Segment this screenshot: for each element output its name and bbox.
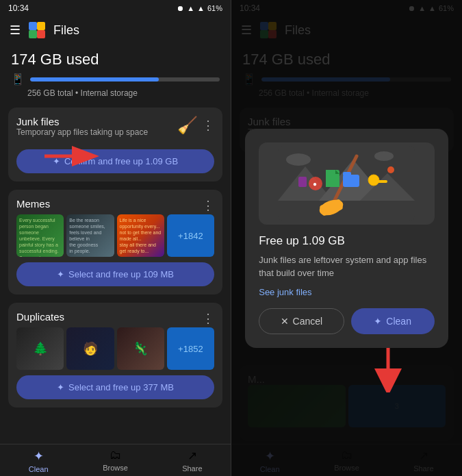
memes-sparkle-icon: ✦ (57, 269, 64, 279)
meme-thumb-1: Every successful person begansomeone unb… (16, 214, 64, 257)
arrow-left (41, 144, 103, 171)
red-arrow-left (41, 144, 103, 168)
dup-menu-dots[interactable]: ⋮ (202, 311, 214, 326)
svg-rect-21 (343, 172, 351, 176)
device-icon-left: 📱 (11, 73, 25, 86)
meme-thumb-3: Life is a nice opportunity every...not t… (117, 214, 164, 257)
cancel-button[interactable]: ✕ Cancel (259, 308, 344, 334)
cancel-x-icon: ✕ (281, 316, 289, 327)
top-bar-left: ☰ Files (0, 16, 231, 44)
wifi-icon: ▲ (197, 4, 205, 12)
broom-area: ● (259, 142, 435, 225)
storage-fill-left (30, 77, 159, 82)
storage-bar-left (30, 77, 220, 82)
right-panel: 10:34 ⏺ ▲ ▲ 61% ☰ Files 174 GB used 📱 25… (231, 0, 462, 476)
left-panel: 10:34 ⏺ ▲ ▲ 61% ☰ Files 174 GB used 📱 25… (0, 0, 231, 476)
storage-section-left: 174 GB used 📱 256 GB total • Internal st… (0, 44, 231, 103)
dup-badge: +1852 (178, 344, 203, 354)
app-title-left: Files (53, 23, 79, 38)
dialog-buttons: ✕ Cancel ✦ Clean (259, 308, 435, 334)
dup-thumb-badge: +1852 (167, 327, 214, 370)
junk-card-left: Junk files Temporary app files taking up… (8, 108, 222, 181)
dup-thumbnails: 🌲 🧑 🦎 +1852 (16, 327, 214, 370)
record-icon: ⏺ (177, 4, 184, 12)
clean-nav-label-left: Clean (29, 465, 49, 473)
red-arrow-right (368, 345, 409, 392)
broom-illustration: ● (278, 146, 415, 221)
memes-card-left: Memes ⋮ Every successful person begansom… (8, 190, 222, 295)
dup-free-label: Select and free up 377 MB (68, 382, 174, 392)
dup-free-button[interactable]: ✦ Select and free up 377 MB (16, 375, 214, 399)
junk-card-text: Junk files Temporary app files taking up… (16, 116, 148, 144)
cancel-label: Cancel (293, 316, 323, 327)
junk-subtitle: Temporary app files taking up space (16, 127, 148, 137)
svg-point-24 (368, 175, 379, 186)
dup-sparkle-icon: ✦ (57, 382, 64, 392)
dup-title: Duplicates (16, 311, 64, 323)
files-logo-left (29, 22, 45, 38)
svg-point-26 (387, 166, 394, 173)
svg-rect-27 (298, 177, 307, 187)
clean-button[interactable]: ✦ Clean (351, 308, 435, 334)
browse-nav-icon-left: 🗂 (110, 449, 121, 462)
storage-bar-row-left: 📱 (11, 73, 220, 86)
clean-dialog: ● Free up 1.09 GB Junk files are leftove… (245, 129, 448, 348)
clean-sparkle-icon: ✦ (374, 316, 382, 327)
dialog-body: Junk files are leftover system and app f… (259, 253, 435, 280)
status-icons-left: ⏺ ▲ ▲ 61% (177, 4, 222, 12)
clean-label: Clean (386, 316, 411, 327)
status-bar-left: 10:34 ⏺ ▲ ▲ 61% (0, 0, 231, 16)
storage-sub-left: 256 GB total • Internal storage (27, 88, 220, 98)
memes-free-label: Select and free up 109 MB (68, 269, 174, 279)
svg-rect-2 (29, 30, 37, 38)
signal-icon: ▲ (187, 4, 194, 12)
dup-thumb-3: 🦎 (117, 327, 164, 370)
svg-rect-25 (377, 180, 387, 183)
dialog-overlay: ● Free up 1.09 GB Junk files are leftove… (231, 0, 462, 476)
dup-thumb-1: 🌲 (16, 327, 64, 370)
arrow-right-panel (368, 345, 409, 395)
junk-emoji: 🧹 (177, 116, 198, 135)
meme-thumb-2: Be the reasonsomeone smiles,feels loved … (66, 214, 114, 257)
nav-browse-left[interactable]: 🗂 Browse (77, 449, 153, 473)
junk-title: Junk files (16, 116, 148, 127)
clean-nav-icon-left: ✦ (34, 449, 44, 464)
dup-thumb-2: 🧑 (66, 327, 114, 370)
share-nav-label-left: Share (182, 464, 202, 473)
dialog-title: Free up 1.09 GB (259, 234, 435, 248)
svg-point-13 (374, 151, 394, 161)
duplicates-card-left: Duplicates ⋮ 🌲 🧑 🦎 +1852 ✦ Select and fr… (8, 303, 222, 408)
meme-thumb-badge: +1842 (167, 214, 214, 257)
battery-icon: 61% (207, 4, 222, 12)
share-nav-icon-left: ↗ (188, 449, 197, 463)
status-time-left: 10:34 (8, 3, 29, 13)
svg-text:●: ● (313, 180, 317, 188)
memes-thumbnails: Every successful person begansomeone unb… (16, 214, 214, 257)
svg-rect-3 (37, 30, 45, 38)
memes-menu-dots[interactable]: ⋮ (202, 198, 214, 213)
svg-point-12 (286, 153, 311, 166)
menu-icon-left[interactable]: ☰ (10, 23, 21, 38)
browse-nav-label-left: Browse (103, 464, 128, 472)
svg-rect-1 (37, 22, 45, 30)
svg-rect-20 (343, 175, 359, 187)
bottom-nav-left: ✦ Clean 🗂 Browse ↗ Share (0, 444, 231, 476)
storage-used-left: 174 GB used (11, 51, 220, 68)
memes-free-button[interactable]: ✦ Select and free up 109 MB (16, 262, 214, 286)
nav-share-left[interactable]: ↗ Share (154, 449, 231, 473)
see-junk-link[interactable]: See junk files (259, 287, 435, 297)
svg-rect-0 (29, 22, 37, 30)
junk-menu-dots[interactable]: ⋮ (202, 118, 214, 133)
memes-header: Memes ⋮ (16, 198, 214, 213)
dup-header: Duplicates ⋮ (16, 311, 214, 326)
memes-title: Memes (16, 198, 50, 210)
junk-card-header: Junk files Temporary app files taking up… (16, 116, 214, 144)
nav-clean-left[interactable]: ✦ Clean (0, 449, 77, 473)
memes-badge: +1842 (178, 231, 203, 241)
